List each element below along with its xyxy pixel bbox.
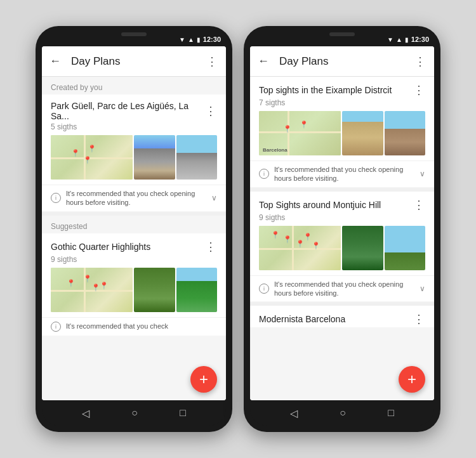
map-road-h-3	[259, 131, 341, 133]
phone-bottom-2: ◁ ○ □	[250, 400, 434, 426]
battery-icon-2: ▮	[405, 36, 409, 43]
more-button-1[interactable]: ⋮	[206, 55, 218, 69]
map-road-v-3	[288, 111, 289, 155]
app-title-2: Day Plans	[279, 55, 404, 68]
info-icon-4: i	[259, 284, 269, 294]
app-bar-1: ← Day Plans ⋮	[42, 46, 226, 77]
scroll-content-1: Created by you Park Güell, Parc de Les A…	[42, 77, 226, 400]
map-pin-8: 📍	[283, 125, 292, 133]
signal-icon: ▲	[188, 36, 194, 43]
plan-title-5: Modernista Barcelona	[259, 314, 408, 324]
fab-button-1[interactable]: +	[190, 366, 217, 393]
info-icon-3: i	[259, 169, 269, 179]
plan-photo-2a	[134, 268, 175, 312]
phone-2: ▼ ▲ ▮ 12:30 ← Day Plans ⋮ Top sights in …	[244, 26, 440, 432]
map-pin-9: 📍	[300, 121, 308, 129]
plan-more-2[interactable]: ⋮	[205, 240, 217, 254]
time-display-2: 12:30	[411, 36, 429, 43]
photo-tower	[385, 111, 426, 155]
plan-card-5: Modernista Barcelona ⋮	[250, 306, 434, 327]
plan-map-1: 📍 📍 📍	[51, 135, 133, 180]
plan-card-2: Gothic Quarter Highlights ⋮ 9 sigths 📍 📍…	[42, 233, 226, 336]
phone-bottom-1: ◁ ○ □	[42, 400, 226, 426]
map-road-v-4	[292, 226, 294, 270]
plan-header-2: Gothic Quarter Highlights ⋮	[42, 233, 226, 255]
plan-header-5: Modernista Barcelona ⋮	[250, 306, 434, 327]
plan-photo-1b	[176, 135, 218, 180]
back-button-2[interactable]: ←	[258, 55, 269, 68]
plan-photo-3a	[342, 111, 383, 155]
chevron-down-1[interactable]: ∨	[211, 193, 217, 202]
plan-photo-2b	[176, 268, 218, 312]
nav-home-2[interactable]: ○	[340, 407, 346, 419]
plan-title-4: Top Sights around Montjuic Hill	[259, 200, 408, 210]
map-bg-4: 📍 📍 📍 📍 📍	[259, 226, 341, 270]
fab-button-2[interactable]: +	[399, 366, 425, 393]
plan-photo-4a	[342, 226, 383, 270]
signal-icon-2: ▲	[396, 36, 402, 43]
section-label-suggested: Suggested	[42, 216, 226, 233]
plan-card-4: Top Sights around Montjuic Hill ⋮ 9 sigt…	[250, 192, 434, 302]
info-row-3: i It's recommended that you check openin…	[250, 160, 434, 187]
plan-subtitle-2: 9 sigths	[42, 255, 226, 268]
info-icon-1: i	[51, 193, 61, 203]
plan-card-1: Park Güell, Parc de Les Aigüés, La Sa...…	[42, 95, 226, 211]
info-text-3: It's recommended that you check opening …	[274, 165, 417, 183]
plan-images-1: 📍 📍 📍	[42, 135, 226, 185]
plan-more-3[interactable]: ⋮	[413, 83, 425, 97]
map-pin-12: 📍	[296, 240, 305, 248]
battery-icon: ▮	[197, 36, 201, 43]
screen-1: ← Day Plans ⋮ Created by you Park Güell,…	[42, 46, 226, 400]
app-title-1: Day Plans	[71, 55, 196, 68]
map-pin-3: 📍	[83, 156, 92, 164]
map-pin-13: 📍	[303, 233, 312, 241]
nav-back-1[interactable]: ◁	[82, 407, 89, 419]
plan-more-1[interactable]: ⋮	[205, 104, 217, 118]
chevron-down-3[interactable]: ∨	[420, 169, 425, 178]
plan-more-5[interactable]: ⋮	[413, 312, 425, 326]
nav-recent-2[interactable]: □	[388, 407, 394, 419]
plan-more-4[interactable]: ⋮	[413, 198, 425, 212]
section-label-created: Created by you	[42, 77, 226, 95]
info-text-4: It's recommended that you check opening …	[274, 280, 417, 298]
time-display: 12:30	[203, 36, 221, 43]
info-icon-2: i	[51, 322, 61, 332]
nav-recent-1[interactable]: □	[180, 407, 186, 419]
nav-home-1[interactable]: ○	[131, 407, 138, 419]
photo-montjuic	[342, 226, 383, 270]
map-bg-1: 📍 📍 📍	[51, 135, 133, 180]
photo-church	[134, 135, 175, 180]
plan-photo-4b	[385, 226, 426, 270]
plan-card-3: Top sights in the Eixample Distrcit ⋮ 7 …	[250, 77, 434, 187]
chevron-down-4[interactable]: ∨	[420, 284, 425, 293]
barcelona-map: 📍 📍 Barcelona	[259, 111, 341, 155]
plan-header-4: Top Sights around Montjuic Hill ⋮	[250, 192, 434, 213]
map-pin-10: 📍	[271, 231, 280, 239]
plan-subtitle-4: 9 sigths	[250, 213, 434, 226]
info-row-2: i It's recommended that you check	[42, 317, 226, 336]
map-road-h-4	[259, 248, 341, 250]
app-bar-2: ← Day Plans ⋮	[250, 46, 434, 77]
photo-street	[176, 135, 218, 180]
plan-photo-3b	[385, 111, 426, 155]
info-text-2: It's recommended that you check	[66, 322, 217, 330]
nav-back-2[interactable]: ◁	[290, 407, 298, 419]
wifi-icon-2: ▼	[387, 36, 393, 43]
plan-map-4: 📍 📍 📍 📍 📍	[259, 226, 341, 270]
photo-forest	[134, 268, 175, 312]
back-button-1[interactable]: ←	[50, 55, 61, 68]
map-pin-14: 📍	[312, 242, 321, 250]
map-pin-4: 📍	[67, 279, 76, 287]
phone-notch	[121, 32, 147, 36]
status-icons-2: ▼ ▲ ▮ 12:30	[387, 36, 429, 43]
plan-images-4: 📍 📍 📍 📍 📍	[250, 226, 434, 275]
map-bg-2: 📍 📍 📍 📍	[51, 268, 133, 312]
more-button-2[interactable]: ⋮	[414, 55, 426, 69]
plan-map-2: 📍 📍 📍 📍	[51, 268, 133, 312]
info-text-1: It's recommended that you check opening …	[66, 189, 209, 207]
status-icons: ▼ ▲ ▮ 12:30	[179, 36, 221, 43]
map-pin-5: 📍	[83, 275, 92, 283]
plan-subtitle-3: 7 sigths	[250, 98, 434, 111]
map-label-barcelona: Barcelona	[263, 147, 288, 153]
phone-notch-2	[329, 32, 355, 36]
